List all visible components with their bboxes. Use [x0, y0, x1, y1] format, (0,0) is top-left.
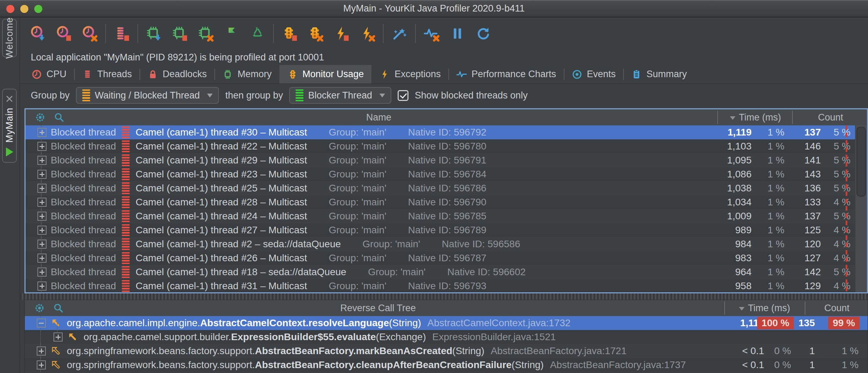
- tab-cpu[interactable]: CPU: [23, 65, 74, 83]
- call-tree-row[interactable]: org.springframework.beans.factory.suppor…: [25, 358, 868, 372]
- column-header-time[interactable]: Time (ms): [719, 109, 792, 125]
- expand-icon[interactable]: [37, 268, 47, 277]
- count-percent: 1 %: [842, 345, 859, 357]
- set-generation-flag-button[interactable]: [223, 25, 240, 42]
- blocked-thread-row[interactable]: Blocked thread Camel (camel-1) thread #2…: [26, 195, 867, 209]
- tab-threads[interactable]: Threads: [74, 65, 140, 83]
- expand-icon[interactable]: [37, 240, 47, 249]
- then-group-by-select[interactable]: Blocker Thread: [289, 87, 391, 104]
- tab-memory[interactable]: Memory: [214, 65, 279, 83]
- stop-thread-telemetry-button[interactable]: [114, 25, 130, 42]
- force-garbage-collection-button[interactable]: [249, 25, 265, 42]
- count-value: 137: [804, 127, 821, 138]
- group-by-select[interactable]: Waiting / Blocked Thread: [76, 87, 219, 104]
- profiling-status: Local application "MyMain" (PID 89212) i…: [20, 50, 868, 65]
- blocked-thread-row[interactable]: Blocked thread Camel (camel-1) thread #2…: [26, 153, 867, 167]
- time-value: 989: [735, 225, 752, 236]
- source-location: AbstractCamelContext.java:1732: [427, 317, 570, 329]
- sidebar-tab-mymain[interactable]: MyMain: [2, 89, 17, 163]
- blocked-thread-row[interactable]: Blocked thread Camel (camel-1) thread #2…: [26, 167, 867, 181]
- show-blocked-label: Show blocked threads only: [415, 90, 528, 101]
- tab-events[interactable]: Events: [564, 65, 624, 83]
- tab-performance-charts[interactable]: Performance Charts: [448, 65, 564, 83]
- run-inspections-button[interactable]: [391, 25, 407, 42]
- source-location: ExpressionBuilder.java:1521: [432, 331, 556, 343]
- expand-icon[interactable]: [37, 170, 47, 179]
- record-memory-allocations-button[interactable]: [146, 25, 162, 42]
- blocked-thread-row[interactable]: Blocked thread Camel (camel-1) thread #2…: [26, 237, 867, 251]
- sidebar-tab-welcome[interactable]: Welcome: [2, 19, 17, 57]
- tab-exceptions[interactable]: Exceptions: [371, 65, 448, 83]
- expand-icon[interactable]: [37, 184, 47, 193]
- stop-cpu-recording-icon: [56, 25, 72, 42]
- blocked-thread-row[interactable]: Blocked thread Camel (camel-1) thread #1…: [26, 265, 867, 279]
- expand-icon[interactable]: [37, 156, 47, 165]
- blocked-thread-row[interactable]: Blocked thread Camel (camel-1) thread #2…: [26, 223, 867, 237]
- scrollbar-thumb[interactable]: [856, 127, 866, 197]
- expand-icon[interactable]: [37, 319, 46, 328]
- count-percent: 4 %: [834, 197, 851, 208]
- column-divider[interactable]: [792, 111, 793, 124]
- time-percent: 1 %: [768, 155, 784, 166]
- column-divider[interactable]: [717, 111, 718, 124]
- blocked-thread-row[interactable]: Blocked thread Camel (camel-1) thread #2…: [26, 251, 867, 265]
- tab-summary[interactable]: Summary: [623, 65, 695, 83]
- clear-cpu-data-button[interactable]: [81, 25, 98, 42]
- count-value: 142: [804, 266, 821, 278]
- call-tree-row[interactable]: org.springframework.beans.factory.suppor…: [25, 344, 868, 358]
- blocked-thread-icon: [122, 140, 130, 153]
- expand-icon[interactable]: [37, 142, 47, 151]
- blocked-thread-row[interactable]: Blocked thread Camel (camel-1) thread #3…: [26, 125, 867, 139]
- close-window-icon[interactable]: [6, 5, 14, 13]
- column-divider[interactable]: [724, 301, 725, 315]
- panel-splitter[interactable]: [20, 293, 868, 300]
- blocked-thread-row[interactable]: Blocked thread Camel (camel-1) thread #2…: [26, 209, 867, 223]
- expand-icon[interactable]: [37, 360, 46, 370]
- clear-exception-data-button[interactable]: [359, 25, 375, 42]
- expand-icon[interactable]: [54, 332, 63, 342]
- blocked-thread-row[interactable]: Blocked thread Camel (camel-1) thread #2…: [26, 139, 867, 153]
- time-percent: 1 %: [768, 141, 784, 152]
- tab-deadlocks[interactable]: Deadlocks: [140, 65, 214, 83]
- stop-memory-recording-button[interactable]: [172, 25, 188, 42]
- pause-telemetry-button[interactable]: [449, 25, 465, 42]
- threads-icon: [82, 69, 93, 80]
- expand-icon[interactable]: [37, 198, 47, 207]
- column-header-count[interactable]: Count: [806, 300, 868, 316]
- expand-icon[interactable]: [37, 281, 47, 291]
- record-cpu-data-button[interactable]: [30, 25, 46, 42]
- column-header-time[interactable]: Time (ms): [726, 300, 803, 316]
- column-header-count[interactable]: Count: [794, 109, 868, 125]
- method-signature: org.springframework.beans.factory.suppor…: [67, 359, 544, 371]
- stop-telemetry-button[interactable]: [424, 25, 440, 42]
- vertical-scrollbar[interactable]: [855, 125, 867, 292]
- stop-cpu-recording-button[interactable]: [56, 25, 72, 42]
- minimize-window-icon[interactable]: [20, 5, 28, 13]
- column-header-name[interactable]: Name: [26, 109, 732, 125]
- count-value: 129: [804, 280, 821, 292]
- show-blocked-checkbox[interactable]: [398, 90, 408, 101]
- expand-icon[interactable]: [37, 254, 47, 263]
- blocked-thread-row[interactable]: Blocked thread Camel (camel-1) thread #2…: [26, 181, 867, 195]
- clear-monitor-data-button[interactable]: [307, 25, 323, 42]
- thread-native-id: Native ID: 596787: [408, 253, 486, 264]
- stop-exception-recording-button[interactable]: [333, 25, 349, 42]
- count-value: 127: [804, 253, 821, 264]
- zoom-window-icon[interactable]: [34, 5, 42, 13]
- call-tree-row[interactable]: org.apache.camel.impl.engine.AbstractCam…: [25, 316, 868, 330]
- time-value: 984: [735, 239, 752, 250]
- close-session-icon[interactable]: [6, 95, 13, 103]
- expand-icon[interactable]: [37, 346, 46, 356]
- count-value: 141: [804, 155, 821, 166]
- column-divider[interactable]: [805, 301, 805, 315]
- expand-icon[interactable]: [37, 212, 47, 221]
- blocked-thread-row[interactable]: Blocked thread Camel (camel-1) thread #3…: [26, 279, 867, 292]
- clear-memory-data-button[interactable]: [198, 25, 214, 42]
- refresh-data-button[interactable]: [475, 25, 491, 42]
- expand-icon[interactable]: [37, 128, 47, 137]
- stop-monitor-profiling-button[interactable]: [282, 25, 298, 42]
- tab-monitor-usage[interactable]: Monitor Usage: [279, 65, 372, 83]
- thread-kind-label: Blocked thread: [51, 253, 116, 264]
- call-tree-row[interactable]: org.apache.camel.support.builder.Express…: [25, 330, 868, 344]
- expand-icon[interactable]: [37, 226, 47, 235]
